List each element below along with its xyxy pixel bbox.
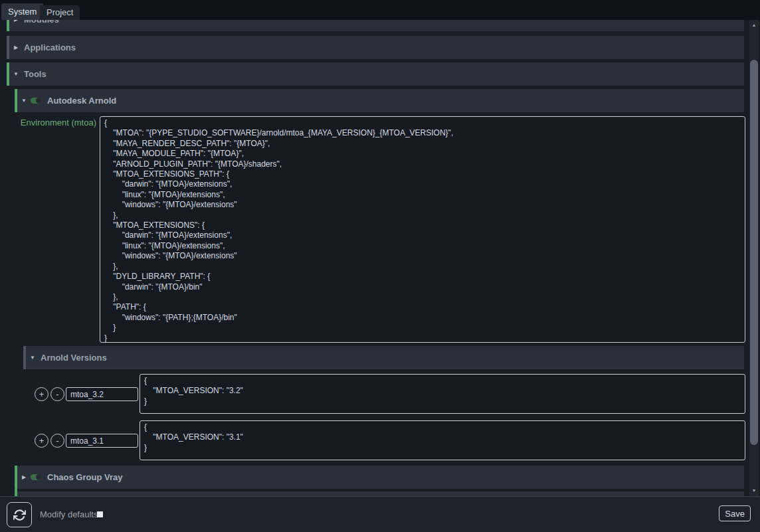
section-header-arnold-versions[interactable]: ▼ Arnold Versions [23, 346, 744, 369]
chevron-down-icon: ▼ [12, 71, 20, 77]
scroll-down-arrow-icon[interactable]: ▼ [749, 486, 759, 495]
section-header-tools[interactable]: ▼ Tools [7, 62, 744, 86]
section-title: Autodesk Arnold [47, 96, 116, 106]
section-title: Modules [24, 20, 59, 25]
section-header-autodesk-arnold[interactable]: ▼ Autodesk Arnold [15, 89, 744, 112]
toggle-knob-icon [36, 474, 42, 480]
section-title: Arnold Versions [41, 353, 107, 363]
vertical-scrollbar[interactable]: ▲ ▼ [749, 20, 759, 496]
chevron-right-icon: ▶ [12, 20, 20, 23]
remove-version-button[interactable]: - [50, 434, 64, 448]
section-header-modules[interactable]: ▶ Modules [7, 20, 744, 31]
save-button[interactable]: Save [719, 505, 751, 521]
section-title: Chaos Group Vray [47, 472, 122, 482]
section-header-applications[interactable]: ▶ Applications [7, 36, 744, 59]
scrollbar-thumb[interactable] [750, 60, 758, 445]
modify-defaults-label: Modify defaults [40, 509, 98, 519]
chevron-down-icon: ▼ [20, 98, 28, 104]
footer-bar: Modify defaults Save [0, 496, 760, 532]
vray-enabled-toggle[interactable] [31, 474, 42, 480]
refresh-button[interactable] [7, 502, 32, 527]
next-section-header-partial [17, 491, 744, 496]
scroll-up-arrow-icon[interactable]: ▲ [749, 21, 759, 30]
tab-project[interactable]: Project [40, 5, 80, 20]
tab-system[interactable]: System [1, 3, 43, 20]
section-title: Applications [24, 43, 76, 52]
refresh-icon [13, 509, 26, 521]
chevron-down-icon: ▼ [29, 355, 37, 361]
environment-mtoa-json-editor[interactable]: { "MTOA": "{PYPE_STUDIO_SOFTWARE}/arnold… [100, 116, 745, 343]
version-json-editor[interactable]: { "MTOA_VERSION": "3.1" } [140, 420, 745, 460]
section-title: Tools [24, 69, 47, 79]
settings-scroll-area: ▶ Modules ▶ Applications ▼ Tools ▼ Autod… [0, 20, 749, 496]
tab-bar: System Project [0, 0, 760, 20]
chevron-right-icon: ▶ [20, 474, 28, 480]
toggle-knob-icon [36, 98, 42, 104]
arnold-enabled-toggle[interactable] [31, 98, 42, 104]
environment-mtoa-label: Environment (mtoa) [7, 118, 96, 128]
section-header-chaos-group-vray[interactable]: ▶ Chaos Group Vray [15, 466, 744, 489]
version-name-input[interactable] [66, 434, 138, 448]
add-version-button[interactable]: + [35, 434, 48, 448]
version-json-editor[interactable]: { "MTOA_VERSION": "3.2" } [140, 374, 745, 414]
version-name-input[interactable] [66, 387, 138, 401]
chevron-right-icon: ▶ [12, 44, 20, 50]
remove-version-button[interactable]: - [50, 387, 64, 401]
modify-defaults-checkbox[interactable] [97, 511, 103, 517]
add-version-button[interactable]: + [35, 387, 48, 401]
